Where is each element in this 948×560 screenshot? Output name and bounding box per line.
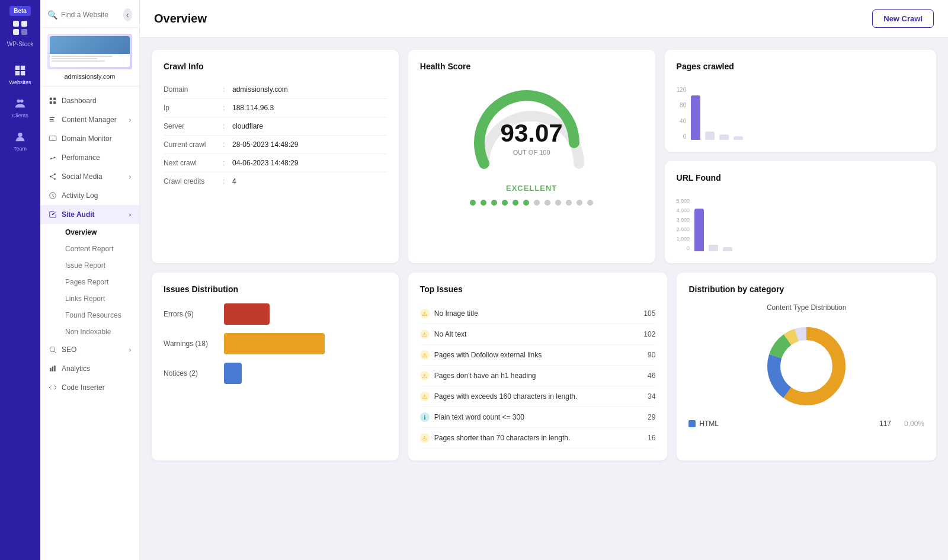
row-1: Crawl Info Domain : admissionsly.com Ip … xyxy=(152,50,936,263)
issue-bar-container-warnings xyxy=(224,333,387,354)
pages-crawled-bars xyxy=(691,87,924,140)
issue-row-0: ⚠No Image title 105 xyxy=(420,303,656,324)
subnav-overview[interactable]: Overview xyxy=(57,224,139,241)
health-score-title: Health Score xyxy=(420,62,643,71)
top-issues-table: ⚠No Image title 105 ⚠No Alt text 102 ⚠Pa… xyxy=(420,303,656,449)
subnav-links-report[interactable]: Links Report xyxy=(57,290,139,307)
issue-bar-container-errors xyxy=(224,303,387,325)
y-label-5000: 5,000 xyxy=(677,198,690,204)
bar-3 xyxy=(719,135,729,140)
issue-text-4: Pages with exceeds 160 characters in len… xyxy=(434,392,577,401)
svg-rect-24 xyxy=(52,367,53,372)
rail-label-team: Team xyxy=(14,146,27,152)
sidebar-item-analytics[interactable]: Analytics xyxy=(40,359,139,378)
sidebar-label-social-media: Social Media xyxy=(62,172,103,181)
svg-point-5 xyxy=(20,100,24,103)
new-crawl-button[interactable]: New Crawl xyxy=(872,9,934,28)
sidebar-item-seo[interactable]: SEO › xyxy=(40,340,139,359)
table-row: Domain : admissionsly.com xyxy=(164,81,387,99)
distribution-title: Distribution by category xyxy=(688,284,924,294)
gauge-sub: OUT OF 100 xyxy=(501,149,563,156)
brand-name: WP-Stock xyxy=(7,41,33,47)
dist-row-html: HTML 117 0.00% xyxy=(688,420,924,428)
table-row: Server : cloudflare xyxy=(164,117,387,136)
sidebar-item-content-manager[interactable]: Content Manager › xyxy=(40,110,139,129)
issue-bar-notices xyxy=(224,363,242,384)
svg-rect-14 xyxy=(49,136,56,140)
gauge-dot-3 xyxy=(502,200,508,206)
crawl-value-server: cloudflare xyxy=(232,117,387,136)
sidebar-item-activity-log[interactable]: Activity Log xyxy=(40,186,139,205)
rail-label-clients: Clients xyxy=(12,113,28,119)
issue-row-errors: Errors (6) xyxy=(164,303,387,325)
svg-point-21 xyxy=(50,347,55,351)
svg-rect-23 xyxy=(50,368,51,372)
subnav-found-resources[interactable]: Found Resources xyxy=(57,307,139,324)
search-input[interactable] xyxy=(61,11,120,19)
issue-row-6: ⚠Pages shorter than 70 characters in len… xyxy=(420,428,656,449)
url-found-chart: 5,000 4,000 3,000 2,000 1,000 0 xyxy=(677,192,924,251)
crawl-value-ip: 188.114.96.3 xyxy=(232,99,387,117)
website-name: admissionsly.com xyxy=(47,73,132,80)
gauge-number: 93.07 xyxy=(501,119,563,148)
issue-bar-errors xyxy=(224,303,270,325)
gauge-dot-2 xyxy=(491,200,497,206)
rail-item-clients[interactable]: Clients xyxy=(0,91,40,124)
logo-icon xyxy=(12,20,28,39)
warn-icon-4: ⚠ xyxy=(420,392,430,401)
page-title: Overview xyxy=(154,12,207,25)
sidebar-item-site-audit[interactable]: Site Audit › xyxy=(40,205,139,224)
rail-item-websites[interactable]: Websites xyxy=(0,58,40,91)
gauge-excellent-label: EXCELLENT xyxy=(506,184,557,193)
crawl-label-credits: Crawl credits xyxy=(164,172,223,191)
top-issues-title: Top Issues xyxy=(420,284,656,294)
sidebar-item-performance[interactable]: Perfomance xyxy=(40,148,139,167)
sidebar-item-dashboard[interactable]: Dashboard xyxy=(40,91,139,110)
crawl-value-next: 04-06-2023 14:48:29 xyxy=(232,154,387,172)
gauge-dot-10 xyxy=(577,200,582,206)
warn-icon-2: ⚠ xyxy=(420,350,430,360)
subnav-issue-report[interactable]: Issue Report xyxy=(57,257,139,274)
crawl-info-table: Domain : admissionsly.com Ip : 188.114.9… xyxy=(164,81,387,190)
info-icon-5: ℹ xyxy=(420,412,430,422)
issue-text-3: Pages don't have an h1 heading xyxy=(434,372,536,380)
svg-point-17 xyxy=(54,178,56,180)
rail-label-websites: Websites xyxy=(9,79,31,85)
sidebar-item-social-media[interactable]: Social Media › xyxy=(40,167,139,186)
issue-row-4: ⚠Pages with exceeds 160 characters in le… xyxy=(420,386,656,407)
crawl-value-current: 28-05-2023 14:48:29 xyxy=(232,136,387,154)
crawl-info-title: Crawl Info xyxy=(164,62,387,71)
pages-crawled-title: Pages crawled xyxy=(677,62,924,71)
rail-item-team[interactable]: Team xyxy=(0,124,40,158)
issue-count-6: 16 xyxy=(639,428,655,449)
subnav-content-report[interactable]: Content Report xyxy=(57,241,139,257)
issue-text-1: No Alt text xyxy=(434,330,467,338)
gauge-dot-7 xyxy=(545,200,550,206)
issue-row-notices: Notices (2) xyxy=(164,363,387,384)
warn-icon-6: ⚠ xyxy=(420,433,430,443)
issues-distribution-title: Issues Distribution xyxy=(164,284,387,294)
svg-line-18 xyxy=(52,175,54,176)
website-card: admissionsly.com xyxy=(40,28,139,87)
svg-rect-0 xyxy=(13,21,19,27)
dist-pct-html: 0.00% xyxy=(895,420,924,428)
subnav-pages-report[interactable]: Pages Report xyxy=(57,274,139,290)
sidebar-item-code-inserter[interactable]: Code Inserter xyxy=(40,378,139,397)
crawl-label-domain: Domain xyxy=(164,81,223,99)
main-header: Overview New Crawl xyxy=(140,0,948,38)
sidebar-label-code-inserter: Code Inserter xyxy=(62,383,105,392)
subnav-non-indexable[interactable]: Non Indexable xyxy=(57,324,139,340)
svg-point-6 xyxy=(18,133,22,137)
sidebar-label-activity-log: Activity Log xyxy=(62,191,98,200)
website-thumbnail xyxy=(47,34,132,69)
issue-text-5: Plain text word count <= 300 xyxy=(434,413,524,421)
issue-bar-warnings xyxy=(224,333,325,354)
collapse-button[interactable]: ‹ xyxy=(123,8,132,21)
gauge-value: 93.07 OUT OF 100 xyxy=(501,119,563,156)
distribution-card: Distribution by category Content Type Di… xyxy=(677,273,936,460)
sidebar-item-domain-monitor[interactable]: Domain Monitor xyxy=(40,129,139,148)
y-label-40: 40 xyxy=(677,118,687,124)
url-found-bars xyxy=(694,198,924,251)
svg-rect-25 xyxy=(54,366,55,372)
y-label-120: 120 xyxy=(677,87,687,93)
